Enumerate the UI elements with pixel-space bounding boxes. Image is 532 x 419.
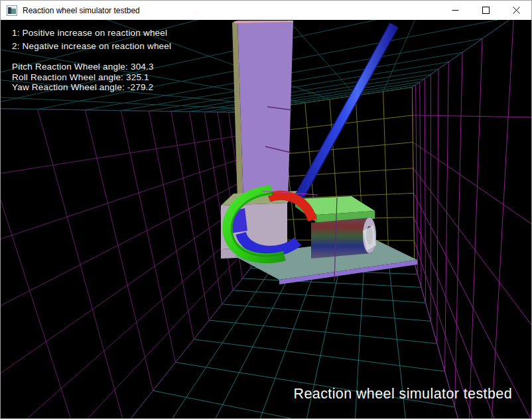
close-icon xyxy=(513,7,520,14)
app-window: Reaction wheel simulator testbed xyxy=(0,0,532,419)
grid-line-near xyxy=(413,115,531,143)
grid-line-far xyxy=(1,240,255,418)
grid-line-far xyxy=(1,259,258,419)
hud-angle-readout: Pitch Reaction Wheel angle: 304.3 Roll R… xyxy=(12,62,154,93)
grid-line-floor xyxy=(194,339,444,371)
grid-line-far xyxy=(85,110,153,390)
grid-line-far xyxy=(121,111,175,363)
testbed-model xyxy=(221,21,417,284)
close-button[interactable] xyxy=(501,1,531,20)
window-controls xyxy=(440,1,531,20)
grid-line-near xyxy=(513,20,531,418)
pitch-angle-text: Pitch Reaction Wheel angle: 304.3 xyxy=(12,62,154,72)
maximize-button[interactable] xyxy=(470,1,501,20)
grid-line-near xyxy=(413,193,531,418)
grid-line-near xyxy=(412,20,531,88)
grid-line-floor xyxy=(1,261,319,418)
grid-line-near xyxy=(425,79,425,303)
minimize-button[interactable] xyxy=(440,1,470,20)
instruction-line-2: 2: Negative increase on reaction wheel xyxy=(12,40,171,53)
roll-angle-text: Roll Reaction Wheel angle: 325.1 xyxy=(12,72,154,83)
grid-line-far xyxy=(1,200,250,418)
tower-front-face xyxy=(237,21,293,201)
grid-line-far xyxy=(149,111,194,339)
window-title: Reaction wheel simulator testbed xyxy=(23,6,140,15)
grid-line-near xyxy=(445,62,449,372)
grid-line-floor xyxy=(209,320,437,343)
app-icon xyxy=(7,5,17,16)
grid-line-floor xyxy=(222,304,431,322)
grid-line-near xyxy=(437,69,438,343)
grid-line-far xyxy=(190,111,222,304)
grid-line-floor xyxy=(1,259,277,418)
grid-line-floor xyxy=(1,259,258,419)
grid-line-right xyxy=(412,88,414,263)
grid-line-far xyxy=(1,107,38,418)
grid-line-far xyxy=(1,179,247,418)
grid-line-near xyxy=(420,82,421,288)
grid-line-far xyxy=(1,108,88,418)
grid-line-right xyxy=(383,91,389,263)
grid-line-floor xyxy=(242,278,421,287)
title-bar[interactable]: Reaction wheel simulator testbed xyxy=(1,1,531,20)
minimize-icon xyxy=(452,7,459,14)
grid-line-near xyxy=(486,20,513,418)
maximize-icon xyxy=(482,7,490,14)
grid-line-far xyxy=(1,158,244,418)
grid-line-near xyxy=(468,38,483,418)
grid-line-far xyxy=(171,111,209,320)
hud-instructions: 1: Positive increase on reaction wheel 2… xyxy=(12,27,171,53)
instruction-line-1: 1: Positive increase on reaction wheel xyxy=(12,27,171,40)
viewport-canvas[interactable]: 1: Positive increase on reaction wheel 2… xyxy=(1,20,531,418)
watermark-title: Reaction wheel simulator testbed xyxy=(294,386,513,402)
grid-line-far xyxy=(1,220,253,418)
motor-cylinder xyxy=(311,217,371,259)
pendulum-beam xyxy=(297,25,394,200)
grid-line-near xyxy=(455,52,463,407)
grid-line-far xyxy=(1,135,241,361)
grid-line-ceil xyxy=(412,20,531,88)
yaw-angle-text: Yaw Reaction Wheel angle: -279.2 xyxy=(12,82,154,93)
grid-line-floor xyxy=(233,290,426,303)
